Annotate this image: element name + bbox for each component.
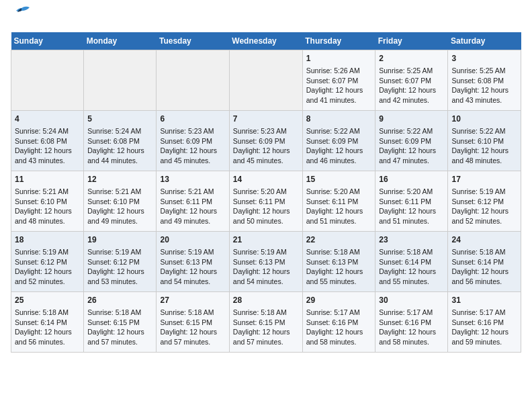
calendar-body: 1Sunrise: 5:26 AMSunset: 6:07 PMDaylight…	[11, 50, 521, 353]
calendar-cell: 15Sunrise: 5:20 AMSunset: 6:11 PMDayligh…	[302, 171, 375, 232]
day-info: Sunset: 6:13 PM	[306, 257, 372, 267]
day-info: Sunset: 6:16 PM	[306, 318, 372, 328]
day-info: Sunrise: 5:17 AM	[379, 308, 444, 318]
calendar-cell: 10Sunrise: 5:22 AMSunset: 6:10 PMDayligh…	[448, 111, 521, 171]
day-info: Sunrise: 5:23 AM	[233, 126, 299, 136]
day-info: Daylight: 12 hours and 45 minutes.	[160, 146, 225, 165]
day-info: Sunrise: 5:19 AM	[233, 247, 299, 257]
day-info: Daylight: 12 hours and 54 minutes.	[160, 267, 225, 286]
day-info: Sunrise: 5:19 AM	[87, 247, 152, 257]
day-info: Sunrise: 5:18 AM	[451, 247, 517, 257]
calendar-week-5: 25Sunrise: 5:18 AMSunset: 6:14 PMDayligh…	[11, 292, 521, 353]
calendar-cell: 25Sunrise: 5:18 AMSunset: 6:14 PMDayligh…	[11, 292, 84, 353]
day-info: Sunset: 6:11 PM	[379, 197, 444, 207]
day-info: Sunset: 6:16 PM	[451, 318, 517, 328]
day-info: Sunset: 6:15 PM	[87, 318, 152, 328]
day-number: 30	[379, 295, 444, 306]
day-info: Sunset: 6:09 PM	[160, 136, 225, 146]
day-info: Sunrise: 5:18 AM	[306, 247, 372, 257]
day-info: Sunrise: 5:18 AM	[379, 247, 444, 257]
day-info: Daylight: 12 hours and 51 minutes.	[306, 206, 372, 226]
calendar-cell: 18Sunrise: 5:19 AMSunset: 6:12 PMDayligh…	[11, 232, 84, 292]
day-info: Sunset: 6:09 PM	[379, 136, 444, 146]
calendar-cell: 6Sunrise: 5:23 AMSunset: 6:09 PMDaylight…	[157, 111, 229, 171]
day-info: Daylight: 12 hours and 57 minutes.	[87, 327, 152, 347]
day-info: Sunset: 6:13 PM	[233, 257, 299, 267]
day-info: Daylight: 12 hours and 55 minutes.	[379, 267, 444, 286]
day-info: Daylight: 12 hours and 57 minutes.	[233, 327, 299, 347]
day-number: 19	[87, 234, 152, 246]
day-info: Daylight: 12 hours and 43 minutes.	[451, 85, 517, 105]
calendar-cell: 5Sunrise: 5:24 AMSunset: 6:08 PMDaylight…	[84, 111, 157, 171]
day-info: Daylight: 12 hours and 41 minutes.	[306, 85, 372, 105]
day-number: 29	[306, 295, 372, 306]
page-header	[11, 11, 521, 27]
day-info: Sunset: 6:09 PM	[233, 136, 299, 146]
day-number: 23	[379, 234, 444, 246]
day-info: Daylight: 12 hours and 44 minutes.	[87, 146, 152, 165]
calendar-cell: 8Sunrise: 5:22 AMSunset: 6:09 PMDaylight…	[302, 111, 375, 171]
day-info: Sunrise: 5:24 AM	[15, 126, 80, 136]
day-number: 28	[233, 295, 299, 306]
column-header-friday: Friday	[375, 32, 448, 50]
day-info: Sunset: 6:07 PM	[306, 76, 372, 86]
day-info: Sunset: 6:08 PM	[87, 136, 152, 146]
day-info: Daylight: 12 hours and 56 minutes.	[15, 327, 80, 347]
calendar-cell	[11, 50, 84, 111]
calendar-cell: 20Sunrise: 5:19 AMSunset: 6:13 PMDayligh…	[157, 232, 229, 292]
calendar-cell: 19Sunrise: 5:19 AMSunset: 6:12 PMDayligh…	[84, 232, 157, 292]
day-number: 6	[160, 113, 225, 125]
day-info: Daylight: 12 hours and 51 minutes.	[379, 206, 444, 226]
column-header-monday: Monday	[84, 32, 157, 50]
day-number: 24	[451, 234, 517, 246]
day-number: 11	[15, 174, 80, 185]
day-info: Daylight: 12 hours and 59 minutes.	[451, 327, 517, 347]
day-info: Sunset: 6:08 PM	[451, 76, 517, 86]
day-info: Sunrise: 5:17 AM	[451, 308, 517, 318]
day-number: 7	[233, 113, 299, 125]
day-info: Daylight: 12 hours and 48 minutes.	[451, 146, 517, 165]
day-number: 12	[87, 174, 152, 185]
day-number: 21	[233, 234, 299, 246]
calendar-cell: 3Sunrise: 5:25 AMSunset: 6:08 PMDaylight…	[448, 50, 521, 111]
calendar-week-1: 1Sunrise: 5:26 AMSunset: 6:07 PMDaylight…	[11, 50, 521, 111]
day-info: Daylight: 12 hours and 52 minutes.	[15, 267, 80, 286]
day-info: Sunset: 6:10 PM	[87, 197, 152, 207]
calendar-cell: 11Sunrise: 5:21 AMSunset: 6:10 PMDayligh…	[11, 171, 84, 232]
day-info: Sunrise: 5:21 AM	[15, 187, 80, 197]
column-header-thursday: Thursday	[302, 32, 375, 50]
calendar-cell: 13Sunrise: 5:21 AMSunset: 6:11 PMDayligh…	[157, 171, 229, 232]
day-info: Sunset: 6:10 PM	[451, 136, 517, 146]
calendar-header-row: SundayMondayTuesdayWednesdayThursdayFrid…	[11, 32, 521, 50]
day-info: Sunrise: 5:17 AM	[306, 308, 372, 318]
day-info: Sunset: 6:12 PM	[451, 197, 517, 207]
day-info: Daylight: 12 hours and 43 minutes.	[15, 146, 80, 165]
day-number: 25	[15, 295, 80, 306]
calendar-cell: 16Sunrise: 5:20 AMSunset: 6:11 PMDayligh…	[375, 171, 448, 232]
day-info: Sunrise: 5:25 AM	[379, 66, 444, 76]
calendar-table: SundayMondayTuesdayWednesdayThursdayFrid…	[11, 32, 521, 353]
day-number: 22	[306, 234, 372, 246]
day-info: Daylight: 12 hours and 45 minutes.	[233, 146, 299, 165]
calendar-cell: 30Sunrise: 5:17 AMSunset: 6:16 PMDayligh…	[375, 292, 448, 353]
day-info: Sunset: 6:12 PM	[15, 257, 80, 267]
calendar-cell: 23Sunrise: 5:18 AMSunset: 6:14 PMDayligh…	[375, 232, 448, 292]
day-number: 2	[379, 53, 444, 64]
day-info: Sunrise: 5:18 AM	[87, 308, 152, 318]
calendar-cell: 27Sunrise: 5:18 AMSunset: 6:15 PMDayligh…	[157, 292, 229, 353]
calendar-cell: 24Sunrise: 5:18 AMSunset: 6:14 PMDayligh…	[448, 232, 521, 292]
day-info: Daylight: 12 hours and 52 minutes.	[451, 206, 517, 226]
day-info: Sunset: 6:14 PM	[15, 318, 80, 328]
calendar-cell: 22Sunrise: 5:18 AMSunset: 6:13 PMDayligh…	[302, 232, 375, 292]
day-number: 15	[306, 174, 372, 185]
day-info: Daylight: 12 hours and 49 minutes.	[87, 206, 152, 226]
day-info: Sunset: 6:15 PM	[160, 318, 225, 328]
day-info: Sunrise: 5:22 AM	[451, 126, 517, 136]
day-info: Daylight: 12 hours and 57 minutes.	[160, 327, 225, 347]
calendar-cell	[229, 50, 302, 111]
day-info: Daylight: 12 hours and 53 minutes.	[87, 267, 152, 286]
day-number: 4	[15, 113, 80, 125]
day-info: Sunrise: 5:20 AM	[379, 187, 444, 197]
day-info: Sunrise: 5:20 AM	[306, 187, 372, 197]
calendar-cell: 14Sunrise: 5:20 AMSunset: 6:11 PMDayligh…	[229, 171, 302, 232]
